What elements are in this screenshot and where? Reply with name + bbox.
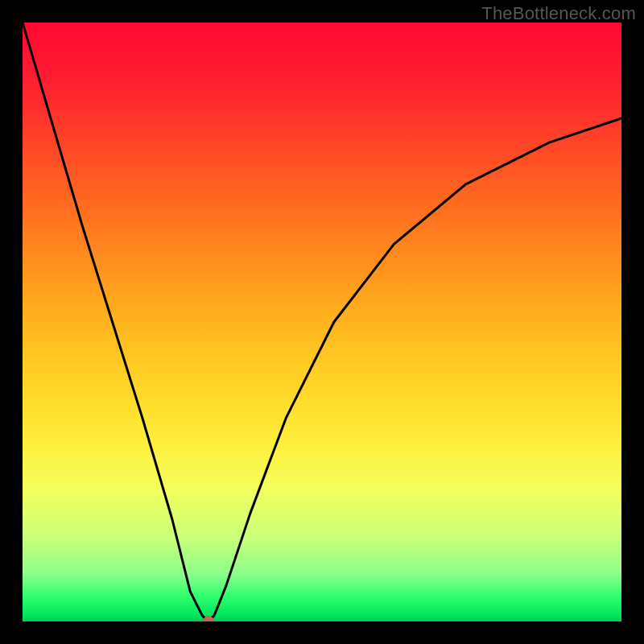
chart-frame: TheBottleneck.com bbox=[0, 0, 644, 644]
watermark-text: TheBottleneck.com bbox=[481, 3, 636, 24]
marker-dot bbox=[203, 616, 214, 621]
curve-svg bbox=[23, 23, 621, 621]
curve-path bbox=[23, 23, 621, 621]
plot-area bbox=[23, 23, 621, 621]
